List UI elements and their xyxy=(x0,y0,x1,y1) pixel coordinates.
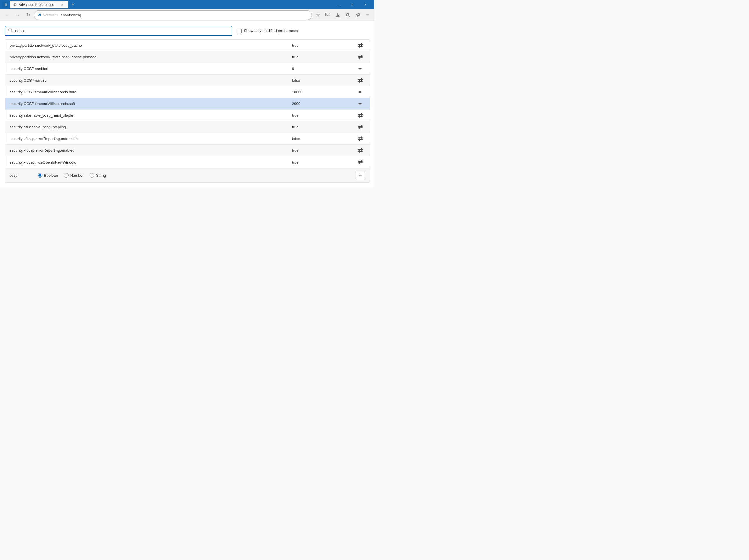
radio-number[interactable] xyxy=(64,173,68,178)
new-tab-button[interactable]: + xyxy=(69,0,77,8)
radio-number-label[interactable]: Number xyxy=(64,173,84,178)
svg-line-5 xyxy=(11,31,12,32)
table-row[interactable]: security.OCSP.timeoutMilliseconds.hard 1… xyxy=(5,86,369,98)
pref-actions: ⇄ xyxy=(350,76,365,85)
svg-rect-2 xyxy=(356,15,357,17)
radio-boolean-text: Boolean xyxy=(44,173,58,178)
account-button[interactable] xyxy=(343,10,352,20)
add-pref-name: ocsp xyxy=(9,173,33,178)
waterfox-logo: W xyxy=(38,13,41,17)
search-container: Show only modified preferences xyxy=(5,26,370,36)
menu-button[interactable]: ≡ xyxy=(363,10,372,20)
pref-value: true xyxy=(292,43,350,47)
pref-name: security.xfocsp.hideOpenInNewWindow xyxy=(9,160,292,165)
pref-actions: ⇄ xyxy=(350,41,365,50)
pref-actions: ⇄ xyxy=(350,111,365,120)
table-row[interactable]: privacy.partition.network_state.ocsp_cac… xyxy=(5,40,369,51)
address-bar[interactable]: W Waterfox about:config xyxy=(34,10,312,20)
pref-name: security.OCSP.timeoutMilliseconds.soft xyxy=(9,102,292,106)
pref-actions: ✏ xyxy=(350,87,365,97)
pref-value: true xyxy=(292,55,350,59)
pref-value: false xyxy=(292,136,350,141)
pref-actions: ⇄ xyxy=(350,123,365,132)
toggle-button[interactable]: ⇄ xyxy=(356,111,365,120)
table-row[interactable]: privacy.partition.network_state.ocsp_cac… xyxy=(5,51,369,63)
pref-value: 10000 xyxy=(292,90,350,94)
table-row[interactable]: security.OCSP.enabled 0 ✏ xyxy=(5,63,369,75)
modified-preferences-checkbox-label[interactable]: Show only modified preferences xyxy=(237,28,298,33)
add-preference-button[interactable]: + xyxy=(356,171,365,180)
minimize-button[interactable]: ─ xyxy=(332,0,345,9)
toggle-button[interactable]: ⇄ xyxy=(356,52,365,62)
address-separator: Waterfox xyxy=(43,13,58,17)
pref-actions: ⇄ xyxy=(350,134,365,144)
pref-name: security.xfocsp.errorReporting.enabled xyxy=(9,148,292,153)
toggle-button[interactable]: ⇄ xyxy=(356,146,365,155)
pocket-button[interactable] xyxy=(323,10,333,20)
pref-name: security.OCSP.enabled xyxy=(9,66,292,71)
table-row[interactable]: security.ssl.enable_ocsp_must_staple tru… xyxy=(5,110,369,121)
table-row[interactable]: security.OCSP.require false ⇄ xyxy=(5,75,369,86)
back-button[interactable]: ← xyxy=(2,10,12,20)
pref-value: 0 xyxy=(292,66,350,71)
table-row[interactable]: security.OCSP.timeoutMilliseconds.soft 2… xyxy=(5,98,369,110)
type-radio-group: Boolean Number String xyxy=(38,173,351,178)
main-content: Show only modified preferences privacy.p… xyxy=(0,21,374,187)
tab-icon: ⚙ xyxy=(14,3,17,7)
pref-actions: ⇄ xyxy=(350,146,365,155)
svg-rect-3 xyxy=(358,14,359,16)
pref-name: security.xfocsp.errorReporting.automatic xyxy=(9,136,292,141)
table-row[interactable]: security.xfocsp.errorReporting.automatic… xyxy=(5,133,369,145)
radio-boolean[interactable] xyxy=(38,173,42,178)
radio-boolean-label[interactable]: Boolean xyxy=(38,173,58,178)
modified-preferences-checkbox[interactable] xyxy=(237,28,241,33)
radio-string-text: String xyxy=(96,173,106,178)
toggle-button[interactable]: ⇄ xyxy=(356,157,365,167)
pref-name: privacy.partition.network_state.ocsp_cac… xyxy=(9,55,292,59)
title-bar: 🖥 ⚙ Advanced Preferences × + ─ □ × xyxy=(0,0,374,9)
maximize-button[interactable]: □ xyxy=(345,0,359,9)
edit-button[interactable]: ✏ xyxy=(356,99,365,108)
browser-icon: 🖥 xyxy=(4,3,7,6)
tab-title: Advanced Preferences xyxy=(19,3,58,7)
modified-preferences-label: Show only modified preferences xyxy=(244,28,298,33)
table-row[interactable]: security.xfocsp.hideOpenInNewWindow true… xyxy=(5,156,369,168)
pref-value: true xyxy=(292,113,350,117)
pref-name: security.OCSP.require xyxy=(9,78,292,83)
svg-point-1 xyxy=(347,14,348,15)
toggle-button[interactable]: ⇄ xyxy=(356,76,365,85)
bookmark-button[interactable]: ☆ xyxy=(313,10,323,20)
active-tab[interactable]: ⚙ Advanced Preferences × xyxy=(10,1,68,8)
pref-actions: ⇄ xyxy=(350,157,365,167)
toggle-button[interactable]: ⇄ xyxy=(356,41,365,50)
search-input[interactable] xyxy=(15,28,229,33)
nav-bar: ← → ↻ W Waterfox about:config ☆ ≡ xyxy=(0,9,374,21)
pref-actions: ✏ xyxy=(350,99,365,108)
table-row[interactable]: security.xfocsp.errorReporting.enabled t… xyxy=(5,145,369,156)
search-input-wrap xyxy=(5,26,232,36)
reload-button[interactable]: ↻ xyxy=(23,10,33,20)
pref-value: false xyxy=(292,78,350,83)
pref-name: security.ssl.enable_ocsp_stapling xyxy=(9,125,292,129)
downloads-button[interactable] xyxy=(333,10,342,20)
pref-value: true xyxy=(292,160,350,165)
edit-button[interactable]: ✏ xyxy=(356,64,365,73)
add-preference-bar: ocsp Boolean Number String + xyxy=(5,168,370,182)
tab-close-button[interactable]: × xyxy=(60,2,65,7)
radio-number-text: Number xyxy=(70,173,84,178)
preferences-table: privacy.partition.network_state.ocsp_cac… xyxy=(5,39,370,168)
window-controls: ─ □ × xyxy=(332,0,372,9)
radio-string-label[interactable]: String xyxy=(89,173,106,178)
toggle-button[interactable]: ⇄ xyxy=(356,134,365,144)
pref-actions: ⇄ xyxy=(350,52,365,62)
table-row[interactable]: security.ssl.enable_ocsp_stapling true ⇄ xyxy=(5,121,369,133)
pref-name: security.OCSP.timeoutMilliseconds.hard xyxy=(9,90,292,94)
extensions-button[interactable] xyxy=(353,10,362,20)
address-text: about:config xyxy=(61,13,81,17)
forward-button[interactable]: → xyxy=(13,10,22,20)
radio-string[interactable] xyxy=(89,173,94,178)
toggle-button[interactable]: ⇄ xyxy=(356,123,365,132)
edit-button[interactable]: ✏ xyxy=(356,87,365,97)
window-close-button[interactable]: × xyxy=(359,0,372,9)
pref-actions: ✏ xyxy=(350,64,365,73)
